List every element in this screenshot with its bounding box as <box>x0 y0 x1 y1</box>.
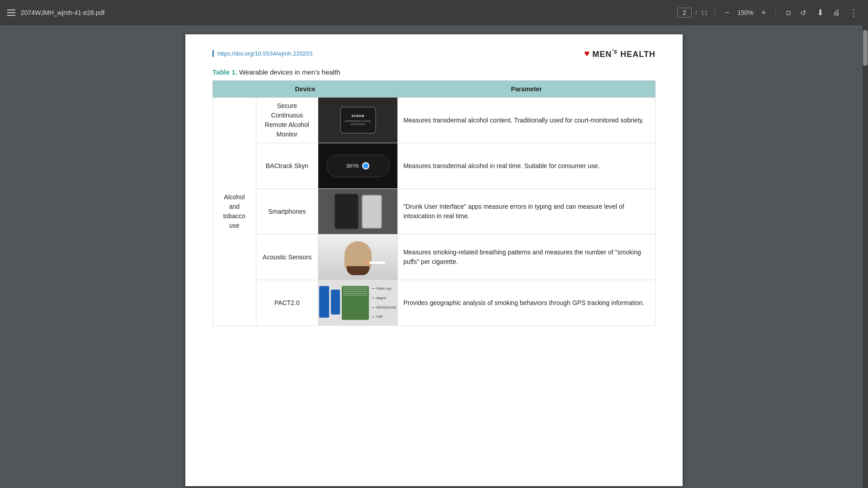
current-page-input[interactable] <box>677 8 692 18</box>
smartphones-image <box>318 189 397 234</box>
board-line-5 <box>343 295 368 296</box>
device-name-pact: PACT2.0 <box>256 280 318 326</box>
scrollbar[interactable] <box>863 25 868 488</box>
image-cell-bactrack: SKYN <box>318 143 398 189</box>
print-button[interactable]: 🖨 <box>830 7 843 19</box>
table-label: Table 1. <box>212 68 237 76</box>
pact-label-dash-4 <box>372 317 375 317</box>
table-row: Alcohol andtobacco use Secure Continuous… <box>213 98 656 143</box>
scram-body: SCRAM CONTINUOUS ALCOHOLMONITORING <box>340 107 376 134</box>
zoom-out-button[interactable]: − <box>722 6 732 19</box>
device-column-header: Device <box>213 81 398 98</box>
toolbar-right-actions: ⬇ 🖨 ⋮ <box>814 5 861 20</box>
param-cell-smartphones: "Drunk User Interface" apps measure erro… <box>398 189 656 235</box>
pact-label-msp: MSP430G2452 <box>372 305 396 310</box>
scrollbar-thumb[interactable] <box>863 30 868 66</box>
filename-label: 2074WJMH_wjmh-41-e28.pdf <box>21 9 672 16</box>
man-smoking-illustration <box>318 235 397 280</box>
device-name-scram: Secure ContinuousRemote AlcoholMonitor <box>256 98 318 143</box>
param-cell-pact: Provides geographic analysis of smoking … <box>398 280 656 326</box>
bactrack-body: SKYN <box>326 155 390 177</box>
page-header: https://doi.org/10.5534/wjmh.220203 ♥ ME… <box>212 48 656 59</box>
board-line-3 <box>343 291 368 292</box>
heart-icon: ♥ <box>584 48 590 59</box>
pdf-page: https://doi.org/10.5534/wjmh.220203 ♥ ME… <box>185 34 683 486</box>
pact-label-dash-2 <box>372 298 375 298</box>
download-button[interactable]: ⬇ <box>814 6 826 19</box>
param-cell-acoustic: Measures smoking-related breathing patte… <box>398 235 656 280</box>
device-name-smartphones: Smartphones <box>256 189 318 235</box>
device-name-bactrack: BACtrack Skyn <box>256 143 318 189</box>
table-row: Smartphones "Drunk User Interface" apps … <box>213 189 656 235</box>
man-beard-shape <box>347 266 369 275</box>
image-cell-smartphones <box>318 189 398 235</box>
fit-page-button[interactable]: ⊡ <box>783 7 794 18</box>
scram-sublabel: CONTINUOUS ALCOHOLMONITORING <box>344 120 371 127</box>
image-cell-pact: Plastic strip Magnet MSP430G2452 <box>318 280 398 326</box>
pact-component-labels: Plastic strip Magnet MSP430G2452 <box>371 286 396 320</box>
pact-label-dash-3 <box>372 307 375 308</box>
scram-brand-label: SCRAM <box>352 114 364 119</box>
journal-logo: ♥ MEN's HEALTH <box>584 48 656 59</box>
page-navigation: / 11 | − 150% + | ⊡ ↺ <box>677 6 809 19</box>
doi-link[interactable]: https://doi.org/10.5534/wjmh.220203 <box>212 50 312 57</box>
bactrack-dot <box>362 162 369 169</box>
category-cell-alcohol: Alcohol andtobacco use <box>213 98 256 326</box>
board-line-2 <box>343 289 368 290</box>
bactrack-image: SKYN <box>318 143 397 188</box>
param-cell-bactrack: Measures transdermal alcohol in real tim… <box>398 143 656 189</box>
board-line-1 <box>343 287 368 288</box>
table-row: PACT2.0 <box>213 280 656 326</box>
device-name-acoustic: Acoustic Sensors <box>256 235 318 280</box>
pact-label-usb: USB <box>372 314 396 319</box>
journal-name-label: MEN's HEALTH <box>592 48 656 59</box>
toolbar: 2074WJMH_wjmh-41-e28.pdf / 11 | − 150% +… <box>0 0 868 25</box>
cigarette-shape <box>369 262 385 264</box>
pdf-viewer: https://doi.org/10.5534/wjmh.220203 ♥ ME… <box>0 25 868 488</box>
board-line-4 <box>343 293 368 294</box>
pact-label-magnet: Magnet <box>372 296 396 300</box>
image-cell-acoustic <box>318 235 398 280</box>
iphone-icon <box>362 195 382 229</box>
param-cell-scram: Measures transdermal alcohol content. Tr… <box>398 98 656 143</box>
page-separator: / <box>695 9 697 16</box>
total-pages-label: 11 <box>701 9 708 16</box>
more-options-button[interactable]: ⋮ <box>846 5 861 20</box>
table-title-text: Wearable devices in men's health <box>239 68 340 76</box>
history-button[interactable]: ↺ <box>797 7 809 19</box>
pact-circuit-board <box>342 286 369 320</box>
zoom-level-label: 150% <box>736 9 755 16</box>
scram-image: SCRAM CONTINUOUS ALCOHOLMONITORING <box>318 98 397 143</box>
image-cell-scram: SCRAM CONTINUOUS ALCOHOLMONITORING <box>318 98 398 143</box>
wearable-devices-table: Device Parameter Alcohol andtobacco use … <box>212 80 656 326</box>
parameter-column-header: Parameter <box>398 81 656 98</box>
zoom-in-button[interactable]: + <box>759 6 769 19</box>
pact-blue-strip-1 <box>319 286 329 318</box>
pact-blue-strip-2 <box>331 290 340 314</box>
table-row: Acoustic Sensors Measures smoking-relate <box>213 235 656 280</box>
man-face-shape <box>344 241 372 273</box>
table-row: BACtrack Skyn SKYN Measures transdermal … <box>213 143 656 189</box>
pact-label-dash-1 <box>372 288 375 289</box>
table-title: Table 1. Wearable devices in men's healt… <box>212 68 656 76</box>
pact-components: Plastic strip Magnet MSP430G2452 <box>319 286 396 320</box>
hamburger-menu-icon[interactable] <box>7 9 15 16</box>
pact-label-plastic: Plastic strip <box>372 286 396 291</box>
pact-image: Plastic strip Magnet MSP430G2452 <box>318 280 397 325</box>
acoustic-image <box>318 235 397 280</box>
android-phone-icon <box>334 193 359 230</box>
bactrack-brand-label: SKYN <box>346 163 359 169</box>
